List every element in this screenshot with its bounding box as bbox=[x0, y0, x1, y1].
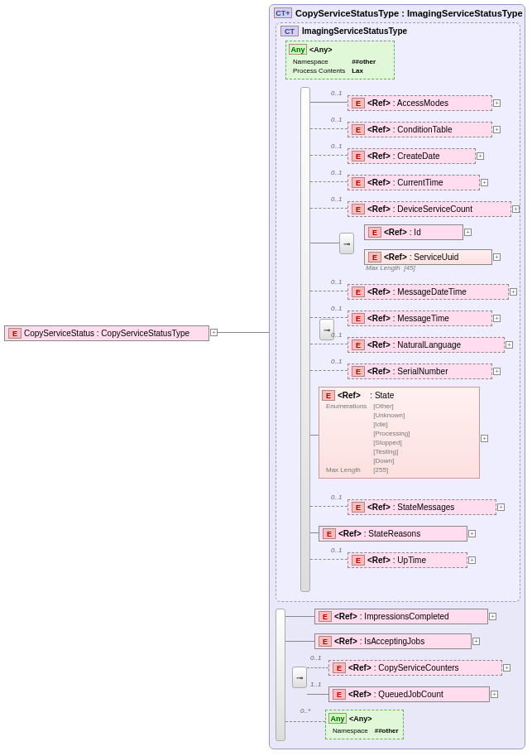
ref-serialnumber[interactable]: E <Ref> : SerialNumber bbox=[347, 364, 492, 379]
maxlen-value: [45] bbox=[404, 264, 415, 272]
expand-icon[interactable]: + bbox=[472, 638, 480, 645]
complextype-badge: CT bbox=[280, 26, 299, 36]
expand-icon[interactable]: + bbox=[493, 126, 501, 133]
ref-naturallanguage[interactable]: E <Ref> : NaturalLanguage bbox=[347, 337, 505, 353]
ref-name: : CurrentTime bbox=[393, 178, 443, 187]
ref-name: : MessageTime bbox=[393, 314, 449, 323]
ref-isacceptingjobs[interactable]: E <Ref> : IsAcceptingJobs bbox=[314, 633, 472, 649]
any-wildcard-top[interactable]: Any <Any> Namespace##other Process Conte… bbox=[285, 41, 395, 79]
ref-name: : AccessModes bbox=[393, 99, 448, 108]
ns-value: ##other bbox=[352, 58, 376, 65]
ref-accessmodes[interactable]: E <Ref> : AccessModes bbox=[347, 95, 492, 111]
element-badge: E bbox=[352, 366, 365, 377]
element-badge: E bbox=[352, 177, 365, 188]
ref-name: : ServiceUuid bbox=[410, 253, 458, 262]
ref-uptime[interactable]: E <Ref> : UpTime bbox=[347, 552, 467, 568]
ref-name: : CopyServiceCounters bbox=[374, 663, 459, 672]
expand-icon[interactable]: + bbox=[481, 179, 488, 186]
expand-icon[interactable]: + bbox=[493, 253, 501, 261]
outer-title-row: CT+ CopyServiceStatusType : ImagingServi… bbox=[274, 7, 523, 18]
choice-compositor: ⊸ bbox=[339, 233, 354, 254]
enum-value: [Testing] bbox=[371, 448, 412, 455]
enum-label: Enumerations bbox=[324, 402, 369, 410]
enum-value: [Processing] bbox=[371, 430, 412, 437]
element-badge: E bbox=[333, 689, 346, 700]
element-badge: E bbox=[322, 390, 335, 401]
ref-statereasons[interactable]: E <Ref> : StateReasons bbox=[319, 526, 467, 542]
expand-icon[interactable]: + bbox=[464, 229, 472, 236]
ref-label: <Ref> bbox=[367, 178, 391, 187]
any-label: <Any> bbox=[349, 715, 372, 723]
inner-title: ImagingServiceStatusType bbox=[302, 26, 407, 36]
ref-name: : State bbox=[370, 391, 394, 400]
expand-icon[interactable]: + bbox=[481, 435, 488, 442]
ref-state[interactable]: E <Ref> : State Enumerations[Other] [Unk… bbox=[319, 387, 480, 479]
ref-createdate[interactable]: E <Ref> : CreateDate bbox=[347, 148, 476, 164]
ref-name: : DeviceServiceCount bbox=[393, 205, 472, 214]
ref-label: <Ref> bbox=[338, 391, 361, 400]
ref-queuedjobcount[interactable]: E <Ref> : QueuedJobCount bbox=[328, 686, 490, 702]
expand-icon[interactable]: + bbox=[210, 329, 218, 336]
pc-label: Process Contents bbox=[290, 67, 347, 75]
any-wildcard-bottom[interactable]: Any <Any> Namespace##other bbox=[325, 710, 404, 739]
expand-icon[interactable]: + bbox=[512, 205, 520, 213]
ref-id[interactable]: E <Ref> : Id bbox=[364, 224, 463, 240]
expand-icon[interactable]: + bbox=[503, 664, 510, 672]
ref-name: : UpTime bbox=[393, 556, 426, 565]
ref-statemessages[interactable]: E <Ref> : StateMessages bbox=[347, 499, 496, 515]
expand-icon[interactable]: + bbox=[489, 613, 496, 620]
ref-serviceuuid[interactable]: E <Ref> : ServiceUuid bbox=[364, 249, 492, 265]
ref-name: : ConditionTable bbox=[393, 125, 453, 134]
cardinality: 0..1 bbox=[331, 169, 342, 176]
ns-label: Namespace bbox=[330, 727, 371, 734]
ref-deviceservicecount[interactable]: E <Ref> : DeviceServiceCount bbox=[347, 201, 511, 217]
complextype-badge: CT+ bbox=[274, 7, 292, 18]
expand-icon[interactable]: + bbox=[510, 288, 517, 296]
cardinality: 0..1 bbox=[331, 305, 342, 312]
pc-value: Lax bbox=[352, 67, 363, 75]
ref-label: <Ref> bbox=[334, 637, 357, 646]
ref-impressionscompleted[interactable]: E <Ref> : ImpressionsCompleted bbox=[314, 609, 488, 624]
sequence-compositor bbox=[300, 87, 310, 592]
cardinality: 0..1 bbox=[331, 142, 342, 150]
schema-diagram: E CopyServiceStatus : CopyServiceStatusT… bbox=[4, 4, 528, 752]
expand-icon[interactable]: + bbox=[493, 368, 501, 375]
expand-icon[interactable]: + bbox=[468, 556, 476, 564]
element-badge: E bbox=[319, 611, 332, 622]
cardinality: 0..1 bbox=[331, 195, 342, 203]
ref-messagetime[interactable]: E <Ref> : MessageTime bbox=[347, 311, 492, 326]
expand-icon[interactable]: + bbox=[491, 691, 498, 698]
ref-messagedatetime[interactable]: E <Ref> : MessageDateTime bbox=[347, 284, 509, 300]
cardinality: 1..1 bbox=[310, 681, 321, 688]
maxlen-label: Max Length bbox=[324, 466, 369, 474]
expand-icon[interactable]: + bbox=[493, 315, 501, 322]
element-badge: E bbox=[323, 528, 336, 539]
ref-name: : Id bbox=[410, 228, 421, 237]
expand-icon[interactable]: + bbox=[493, 99, 501, 107]
element-badge: E bbox=[368, 252, 381, 262]
ref-label: <Ref> bbox=[367, 287, 391, 296]
root-element[interactable]: E CopyServiceStatus : CopyServiceStatusT… bbox=[4, 325, 209, 341]
ref-label: <Ref> bbox=[367, 205, 391, 214]
enum-value: [Unknown] bbox=[371, 412, 412, 419]
ref-currenttime[interactable]: E <Ref> : CurrentTime bbox=[347, 175, 480, 190]
ref-name: : CreateDate bbox=[393, 152, 440, 161]
ref-name: : SerialNumber bbox=[393, 367, 448, 376]
expand-icon[interactable]: + bbox=[506, 341, 513, 349]
element-badge: E bbox=[352, 287, 365, 297]
cardinality: 0..1 bbox=[331, 547, 342, 554]
ref-label: <Ref> bbox=[367, 125, 391, 134]
element-badge: E bbox=[319, 636, 332, 647]
ref-name: : QueuedJobCount bbox=[374, 690, 443, 699]
cardinality: 0..1 bbox=[331, 494, 342, 501]
ref-copyservicecounters[interactable]: E <Ref> : CopyServiceCounters bbox=[328, 660, 502, 676]
connector-line bbox=[218, 332, 269, 333]
any-badge: Any bbox=[289, 44, 307, 55]
ref-conditiontable[interactable]: E <Ref> : ConditionTable bbox=[347, 122, 492, 137]
expand-icon[interactable]: + bbox=[468, 530, 476, 537]
ref-label: <Ref> bbox=[367, 556, 391, 565]
ref-name: : ImpressionsCompleted bbox=[360, 612, 449, 621]
element-badge: E bbox=[352, 313, 365, 324]
expand-icon[interactable]: + bbox=[477, 152, 484, 160]
expand-icon[interactable]: + bbox=[497, 503, 505, 511]
